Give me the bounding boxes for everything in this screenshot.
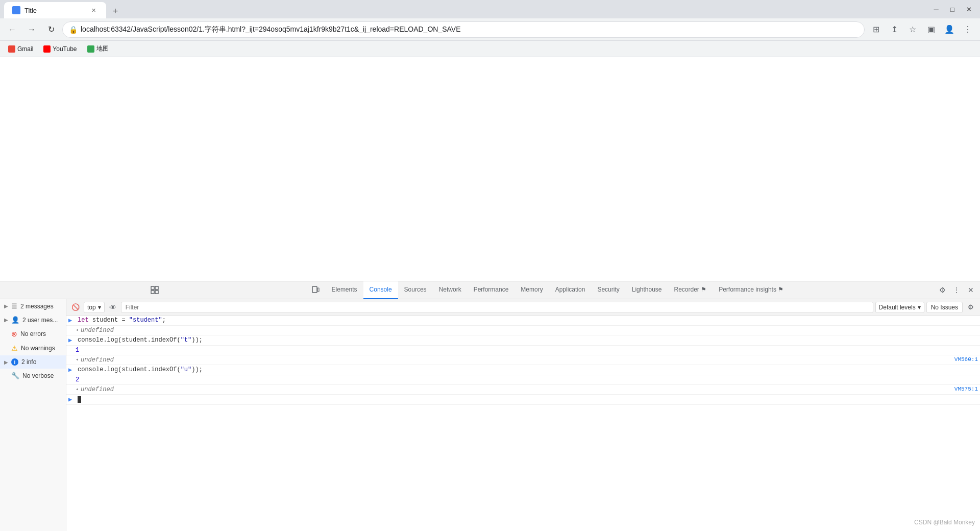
console-output[interactable]: ▶ let student = "student"; ◂ undefined ▶… (66, 316, 980, 531)
address-text: localhost:63342/JavaScript/lesson02/1.字符… (81, 25, 858, 34)
sidebar-user-messages[interactable]: ▶ 👤 2 user mes... (0, 313, 66, 327)
context-selector-label: top (87, 304, 96, 311)
entry-expand-icon[interactable]: ▶ (68, 317, 76, 324)
messages-expand-icon: ▶ (4, 303, 8, 309)
verbose-label: No verbose (22, 372, 54, 379)
sidebar-verbose[interactable]: ▶ 🔧 No verbose (0, 369, 66, 382)
tab-console-label: Console (370, 286, 392, 293)
tab-application[interactable]: Application (549, 281, 592, 299)
security-icon: 🔒 (69, 26, 78, 34)
sidebar-button[interactable]: ▣ (923, 21, 939, 38)
console-settings-button[interactable]: ⚙ (965, 301, 977, 313)
new-tab-button[interactable]: + (108, 4, 122, 18)
reload-button[interactable]: ↻ (43, 21, 59, 38)
entry-source-link[interactable]: VM575:1 (954, 386, 978, 392)
sidebar-messages[interactable]: ▶ ☰ 2 messages (0, 299, 66, 313)
close-window-button[interactable]: ✕ (962, 2, 976, 16)
maximize-button[interactable]: □ (945, 2, 960, 16)
console-prompt[interactable] (78, 396, 978, 403)
tab-security-label: Security (597, 286, 619, 293)
tab-security[interactable]: Security (591, 281, 625, 299)
bookmark-gmail[interactable]: Gmail (4, 43, 37, 55)
address-bar[interactable]: 🔒 localhost:63342/JavaScript/lesson02/1.… (62, 21, 865, 38)
devtools-more-button[interactable]: ⋮ (949, 283, 964, 297)
entry-expand-icon[interactable]: ▶ (68, 336, 76, 344)
errors-icon: ⊗ (11, 330, 17, 338)
entry-text: console.log(student.indexOf("t")); (78, 336, 978, 344)
user-messages-icon: 👤 (11, 316, 19, 324)
bookmark-gmail-label: Gmail (17, 45, 33, 53)
sidebar-warnings[interactable]: ▶ ⚠ No warnings (0, 341, 66, 355)
entry-prompt-arrow: ▶ (68, 396, 76, 403)
toolbar-right: ⊞ ↥ ☆ ▣ 👤 ⋮ (868, 21, 976, 38)
tab-network[interactable]: Network (433, 281, 468, 299)
profile-button[interactable]: 👤 (941, 21, 958, 38)
bookmark-youtube-label: YouTube (53, 45, 77, 53)
browser-tab[interactable]: Title ✕ (4, 2, 106, 18)
tab-close-button[interactable]: ✕ (89, 6, 98, 15)
entry-number: 1 (76, 347, 978, 354)
devtools-header-right: ⚙ ⋮ ✕ (935, 283, 978, 297)
tab-elements-label: Elements (332, 286, 357, 293)
browser-chrome: Title ✕ + ─ □ ✕ ← → ↻ 🔒 localhost:63342/… (0, 0, 980, 57)
more-button[interactable]: ⋮ (960, 21, 976, 38)
console-entry: ◂ undefined (66, 326, 980, 335)
console-entry: 2 (66, 375, 980, 385)
svg-rect-4 (312, 286, 317, 293)
tab-sources[interactable]: Sources (398, 281, 433, 299)
gmail-favicon (8, 45, 15, 53)
clear-console-button[interactable]: 🚫 (69, 301, 82, 313)
tab-strip: Title ✕ + (4, 0, 929, 18)
console-entry: ▶ console.log(student.indexOf("t")); (66, 335, 980, 346)
device-toolbar-button[interactable] (308, 283, 323, 297)
tab-elements[interactable]: Elements (326, 281, 363, 299)
bookmark-maps-label: 地图 (96, 44, 109, 53)
keyword-span: let (78, 317, 92, 324)
default-levels-button[interactable]: Default levels ▾ (875, 302, 924, 313)
back-button[interactable]: ← (4, 21, 20, 38)
svg-rect-5 (317, 288, 319, 292)
filter-input[interactable] (121, 302, 873, 313)
watermark: CSDN @Bald Monkey (914, 519, 975, 526)
sidebar-errors[interactable]: ▶ ⊗ No errors (0, 327, 66, 341)
window-controls: ─ □ ✕ (929, 2, 976, 16)
eye-button[interactable]: 👁 (107, 301, 119, 313)
devtools-settings-button[interactable]: ⚙ (935, 283, 949, 297)
console-input-entry[interactable]: ▶ (66, 395, 980, 405)
save-button[interactable]: ↥ (886, 21, 902, 38)
forward-button[interactable]: → (23, 21, 40, 38)
devtools-close-button[interactable]: ✕ (964, 283, 978, 297)
no-issues-label: No Issues (931, 304, 958, 311)
entry-number: 2 (76, 376, 978, 383)
no-issues-button[interactable]: No Issues (926, 302, 963, 313)
user-messages-expand-icon: ▶ (4, 317, 8, 323)
title-bar: Title ✕ + ─ □ ✕ (0, 0, 980, 18)
bookmark-youtube[interactable]: YouTube (39, 43, 81, 55)
verbose-icon: 🔧 (11, 372, 19, 379)
svg-rect-1 (155, 291, 158, 294)
entry-undefined: undefined (81, 356, 950, 364)
bookmark-button[interactable]: ☆ (904, 21, 921, 38)
sidebar-info[interactable]: ▶ i 2 info (0, 355, 66, 369)
entry-source-link[interactable]: VM560:1 (954, 356, 978, 363)
translate-button[interactable]: ⊞ (868, 21, 884, 38)
entry-text: let student = "student"; (78, 317, 978, 324)
devtools-tab-bar: Elements Console Sources Network Perform… (0, 281, 980, 299)
minimize-button[interactable]: ─ (929, 2, 943, 16)
context-selector[interactable]: top ▾ (84, 302, 105, 313)
svg-rect-0 (151, 286, 154, 289)
cursor (78, 396, 81, 403)
tab-memory[interactable]: Memory (514, 281, 549, 299)
entry-expand-icon[interactable]: ▶ (68, 366, 76, 374)
entry-undefined: undefined (81, 327, 978, 334)
tab-recorder[interactable]: Recorder ⚑ (668, 281, 713, 299)
bookmark-maps[interactable]: 地图 (83, 42, 113, 55)
tab-performance-insights[interactable]: Performance insights ⚑ (713, 281, 790, 299)
tab-performance[interactable]: Performance (468, 281, 515, 299)
page-content (0, 57, 980, 281)
navigation-toolbar: ← → ↻ 🔒 localhost:63342/JavaScript/lesso… (0, 18, 980, 41)
inspect-element-button[interactable] (148, 283, 162, 297)
tab-lighthouse[interactable]: Lighthouse (626, 281, 668, 299)
tab-console[interactable]: Console (363, 281, 398, 299)
devtools-panel: Elements Console Sources Network Perform… (0, 281, 980, 531)
